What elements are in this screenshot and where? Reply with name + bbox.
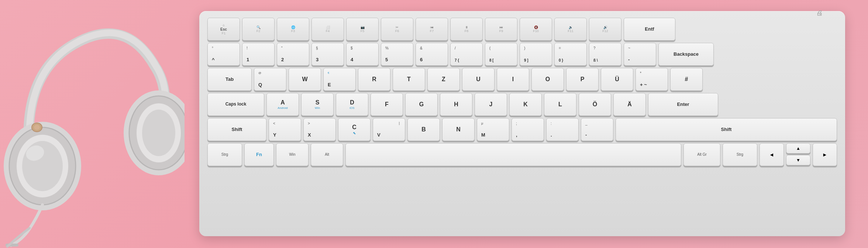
key-caps-lock[interactable]: Caps lock [207, 93, 264, 116]
key-plus[interactable]: * + ~ [636, 68, 668, 91]
key-comma[interactable]: ; , [512, 118, 544, 141]
key-f2[interactable]: 🔍 F2 [242, 18, 275, 41]
key-win[interactable]: Win [276, 143, 309, 166]
key-f9[interactable]: ⏭ F9 [485, 18, 517, 41]
key-ae[interactable]: Ä [613, 93, 646, 116]
headphones-image [0, 0, 185, 248]
key-d[interactable]: D iOS [336, 93, 368, 116]
key-f3[interactable]: 🌐 F3 [277, 18, 309, 41]
key-backspace[interactable]: Backspace [658, 43, 714, 66]
key-arrow-left[interactable]: ◄ [760, 143, 784, 166]
key-f4[interactable]: ⬜ F4 [311, 18, 344, 41]
key-5[interactable]: % 5 [381, 43, 413, 66]
svg-point-13 [34, 125, 40, 130]
key-backtick[interactable]: ~ - [624, 43, 656, 66]
printer-icon: 🖨 [816, 9, 823, 17]
key-w[interactable]: W [289, 68, 321, 91]
key-arrow-right[interactable]: ► [813, 143, 837, 166]
key-t[interactable]: T [393, 68, 425, 91]
key-q[interactable]: @ Q [254, 68, 286, 91]
key-0[interactable]: = 0 } [554, 43, 587, 66]
key-k[interactable]: K [509, 93, 542, 116]
key-enter[interactable]: Enter [648, 93, 718, 116]
home-key-row: Caps lock A Android S Win D iOS F G [207, 93, 837, 116]
key-tab[interactable]: Tab [207, 68, 252, 91]
qwerty-key-row: Tab @ Q W € E R T Z U I [207, 68, 837, 91]
key-f6[interactable]: ✂ F6 [381, 18, 413, 41]
key-i[interactable]: I [497, 68, 529, 91]
key-strg-left[interactable]: Strg [207, 143, 242, 166]
key-7[interactable]: / 7 { [450, 43, 483, 66]
arrow-up-down-group: ▲ ▼ [786, 143, 810, 166]
key-fn[interactable]: Fn [244, 143, 274, 166]
key-f8[interactable]: ⏸ F8 [450, 18, 483, 41]
key-x[interactable]: > X [303, 118, 336, 141]
key-esc-f1[interactable]: ⌂ Esc F1 [207, 18, 240, 41]
key-arrow-down[interactable]: ▼ [786, 155, 810, 165]
key-8[interactable]: ( 8 [ [485, 43, 517, 66]
key-y[interactable]: < Y [269, 118, 301, 141]
key-f11[interactable]: 🔉 F11 [554, 18, 587, 41]
key-c[interactable]: C ⬉ [338, 118, 371, 141]
key-shift-right[interactable]: Shift [616, 118, 837, 141]
key-6[interactable]: & 6 [416, 43, 448, 66]
key-h[interactable]: H [440, 93, 472, 116]
key-arrow-up[interactable]: ▲ [786, 143, 810, 154]
key-f5[interactable]: 📷 F5 [346, 18, 379, 41]
key-minus[interactable]: _ - [581, 118, 613, 141]
key-b[interactable]: B [407, 118, 440, 141]
keyboard: 🖨 ⌂ Esc F1 🔍 F2 🌐 F3 ⬜ F4 📷 F5 ✂ [199, 11, 845, 236]
key-j[interactable]: J [475, 93, 507, 116]
key-entf[interactable]: Entf [624, 18, 675, 41]
key-z[interactable]: Z [427, 68, 460, 91]
fn-key-row: ⌂ Esc F1 🔍 F2 🌐 F3 ⬜ F4 📷 F5 ✂ F6 ⏮ F7 [207, 18, 837, 41]
number-key-row: ° ^ ! 1 " 2 § 3 $ 4 [207, 43, 837, 66]
key-alt-gr[interactable]: Alt Gr [683, 143, 720, 166]
space-key-row: Strg Fn Win Alt Alt Gr Strg ◄ ▲ ▼ [207, 143, 837, 166]
key-space[interactable] [345, 143, 681, 166]
key-r[interactable]: R [358, 68, 390, 91]
key-hash[interactable]: # [670, 68, 703, 91]
key-f12[interactable]: 🔊 F12 [589, 18, 621, 41]
key-f7[interactable]: ⏮ F7 [416, 18, 448, 41]
key-n[interactable]: N [442, 118, 475, 141]
key-9[interactable]: ) 9 ] [520, 43, 552, 66]
key-3[interactable]: § 3 [311, 43, 344, 66]
key-caret[interactable]: ° ^ [207, 43, 240, 66]
key-l[interactable]: L [544, 93, 576, 116]
key-e[interactable]: € E [323, 68, 356, 91]
key-2[interactable]: " 2 [277, 43, 309, 66]
key-period[interactable]: : . [546, 118, 579, 141]
key-s[interactable]: S Win [301, 93, 334, 116]
key-alt-left[interactable]: Alt [311, 143, 343, 166]
key-question[interactable]: ? ß \ [589, 43, 621, 66]
key-m[interactable]: μ M [477, 118, 509, 141]
key-o[interactable]: O [531, 68, 564, 91]
key-u[interactable]: U [462, 68, 495, 91]
key-strg-right[interactable]: Strg [723, 143, 757, 166]
key-a[interactable]: A Android [266, 93, 299, 116]
bottom-key-row: Shift < Y > X C ⬉ | V B [207, 118, 837, 141]
key-f10[interactable]: 🔇 F10 [520, 18, 552, 41]
key-shift-left[interactable]: Shift [207, 118, 266, 141]
key-oe[interactable]: Ö [579, 93, 611, 116]
key-g[interactable]: G [405, 93, 438, 116]
key-v[interactable]: | V [373, 118, 405, 141]
key-1[interactable]: ! 1 [242, 43, 275, 66]
key-4[interactable]: $ 4 [346, 43, 379, 66]
key-f[interactable]: F [371, 93, 403, 116]
key-p[interactable]: P [566, 68, 599, 91]
key-ue[interactable]: Ü [601, 68, 633, 91]
svg-point-8 [142, 110, 175, 156]
